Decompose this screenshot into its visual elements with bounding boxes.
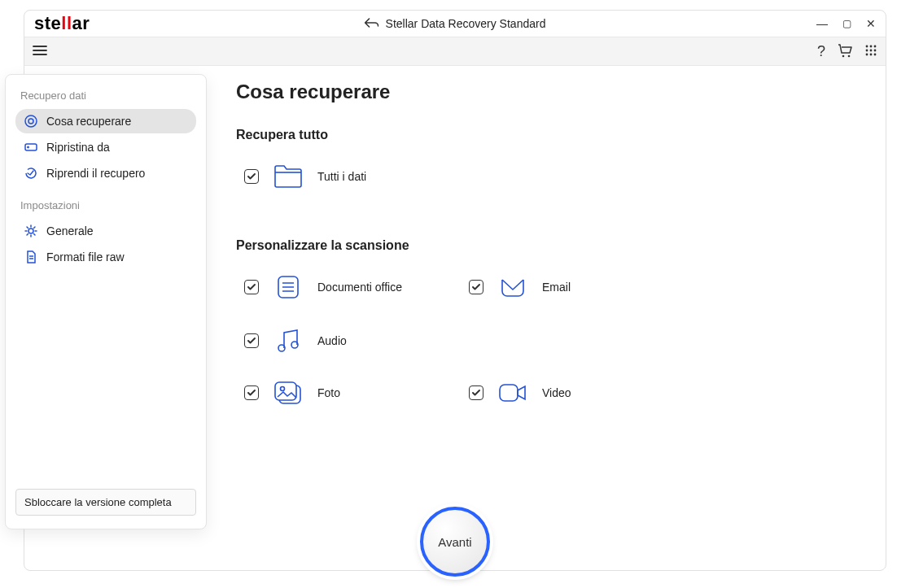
checkbox-office[interactable] (244, 280, 259, 294)
apps-grid-icon[interactable] (864, 44, 877, 59)
svg-point-14 (28, 146, 29, 148)
next-button-label: Avanti (438, 535, 471, 549)
undo-arrow-icon[interactable] (365, 17, 379, 31)
svg-point-9 (870, 53, 873, 55)
sidebar: Recupero dati Cosa recuperare Ripristina… (5, 74, 207, 529)
option-label: Audio (317, 334, 347, 347)
unlock-button-label: Sbloccare la versione completa (24, 496, 172, 508)
cart-icon[interactable] (837, 43, 853, 60)
svg-point-2 (866, 45, 868, 47)
svg-rect-22 (500, 385, 518, 401)
svg-point-8 (866, 53, 868, 55)
svg-point-15 (28, 229, 33, 233)
music-note-icon (272, 324, 304, 357)
checkbox-audio[interactable] (244, 333, 259, 348)
checkbox-photo[interactable] (244, 385, 259, 400)
svg-rect-20 (275, 382, 296, 400)
sidebar-item-label: Riprendi il recupero (46, 167, 145, 180)
sidebar-item-general[interactable]: Generale (15, 219, 196, 243)
toolbar: ? (24, 37, 886, 66)
option-label: Video (542, 386, 571, 399)
resume-icon (24, 166, 38, 181)
sidebar-item-restore-from[interactable]: Ripristina da (15, 135, 196, 159)
help-icon[interactable]: ? (817, 43, 825, 60)
checkbox-email[interactable] (469, 280, 483, 294)
envelope-icon (497, 271, 529, 303)
close-button[interactable]: ✕ (866, 18, 876, 29)
svg-point-0 (842, 54, 845, 57)
option-photo[interactable]: Foto (244, 377, 440, 409)
app-logo: stellar (34, 13, 90, 34)
logo-text-pre: ste (34, 13, 61, 34)
sidebar-section-recovery: Recupero dati (12, 85, 199, 108)
recover-all-heading: Recupera tutto (236, 128, 869, 142)
sidebar-item-raw-formats[interactable]: Formati file raw (15, 245, 196, 269)
unlock-full-version-button[interactable]: Sbloccare la versione completa (15, 489, 196, 516)
sidebar-item-what-to-recover[interactable]: Cosa recuperare (15, 109, 196, 133)
option-label: Documenti office (317, 281, 402, 294)
sidebar-item-label: Formati file raw (46, 250, 125, 264)
option-audio[interactable]: Audio (244, 324, 440, 357)
option-all-data[interactable]: Tutti i dati (244, 160, 440, 193)
svg-point-1 (848, 54, 851, 57)
checkbox-all-data[interactable] (244, 169, 259, 184)
window-title: Stellar Data Recovery Standard (365, 17, 546, 31)
document-icon (24, 250, 38, 264)
minimize-button[interactable]: — (816, 18, 828, 29)
svg-point-6 (870, 49, 873, 51)
option-email[interactable]: Email (469, 271, 664, 303)
option-video[interactable]: Video (469, 377, 664, 409)
folder-icon (272, 160, 304, 193)
sidebar-section-settings: Impostazioni (12, 194, 199, 218)
maximize-button[interactable]: ▢ (842, 19, 851, 28)
menu-toggle-button[interactable] (33, 45, 47, 59)
target-icon (24, 114, 38, 128)
video-icon (497, 377, 529, 409)
next-button[interactable]: Avanti (420, 507, 490, 577)
main-panel: Cosa recuperare Recupera tutto Tutti i d… (236, 81, 869, 570)
gear-icon (24, 224, 38, 238)
sidebar-item-label: Ripristina da (46, 141, 110, 154)
drive-icon (24, 140, 38, 155)
customize-heading: Personalizzare la scansione (236, 238, 869, 253)
svg-point-10 (874, 53, 877, 55)
sidebar-item-resume-recovery[interactable]: Riprendi il recupero (15, 161, 196, 185)
titlebar: stellar Stellar Data Recovery Standard —… (24, 11, 886, 37)
svg-point-7 (874, 49, 877, 51)
sidebar-item-label: Cosa recuperare (46, 115, 131, 128)
photo-icon (272, 377, 304, 409)
svg-point-5 (866, 49, 868, 51)
option-label: Foto (317, 386, 340, 399)
option-label: Tutti i dati (317, 170, 366, 183)
option-office-docs[interactable]: Documenti office (244, 271, 440, 303)
page-title: Cosa recuperare (236, 81, 869, 103)
window-title-text: Stellar Data Recovery Standard (386, 17, 546, 30)
document-lines-icon (272, 271, 304, 303)
option-label: Email (542, 281, 571, 294)
sidebar-item-label: Generale (46, 224, 94, 237)
svg-point-12 (28, 119, 33, 124)
logo-text-post: ar (72, 13, 90, 34)
svg-point-3 (870, 45, 873, 47)
checkbox-video[interactable] (469, 385, 483, 400)
logo-text-mid: ll (61, 13, 72, 34)
svg-point-4 (874, 45, 877, 47)
svg-point-11 (25, 115, 37, 127)
